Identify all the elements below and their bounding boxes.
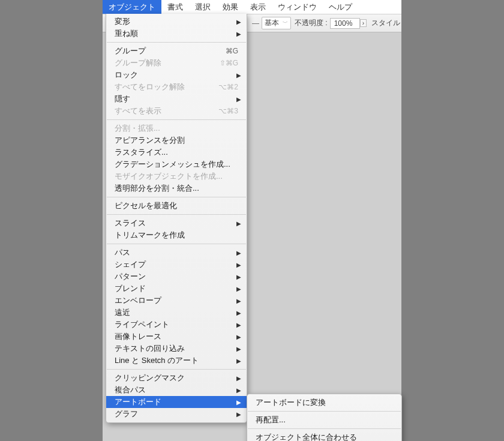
menu-item[interactable]: 遠近▶ xyxy=(106,307,247,319)
submenu-arrow-icon: ▶ xyxy=(236,322,241,328)
menu-item-label: アートボード xyxy=(115,397,238,407)
menu-item[interactable]: パターン▶ xyxy=(106,271,247,283)
menu-window[interactable]: ウィンドウ xyxy=(272,0,323,14)
menu-item-label: ロック xyxy=(115,70,238,80)
menu-item-label: ラスタライズ... xyxy=(115,147,238,158)
menu-separator xyxy=(107,244,246,244)
submenu-arrow-icon: ▶ xyxy=(236,274,241,280)
submenu-arrow-icon: ▶ xyxy=(236,250,241,256)
menu-item-label: パス xyxy=(115,247,238,258)
menu-item[interactable]: 複合パス▶ xyxy=(106,384,247,396)
menu-separator xyxy=(248,428,401,429)
menu-separator xyxy=(107,214,246,215)
menu-item-label: グラフ xyxy=(115,409,238,419)
menubar: オブジェクト 書式 選択 効果 表示 ウィンドウ ヘルプ xyxy=(103,0,401,14)
menu-item-label: 画像トレース xyxy=(115,331,238,342)
menu-select[interactable]: 選択 xyxy=(189,0,217,14)
menu-item-shortcut: ⌥⌘3 xyxy=(218,107,238,115)
style-label: スタイル xyxy=(371,18,400,28)
menu-item-label: エンベロープ xyxy=(115,295,238,306)
menu-item[interactable]: グラフ▶ xyxy=(106,408,247,420)
menu-item-label: アピアランスを分割 xyxy=(115,135,238,146)
menu-item[interactable]: アピアランスを分割 xyxy=(106,134,247,146)
submenu-arrow-icon: ▶ xyxy=(236,375,241,382)
submenu-arrow-icon: ▶ xyxy=(236,19,241,25)
menu-item: モザイクオブジェクトを作成... xyxy=(106,170,247,182)
opacity-label: 不透明度 : xyxy=(295,18,328,28)
menu-item-label: スライス xyxy=(115,218,238,229)
menu-item-label: モザイクオブジェクトを作成... xyxy=(115,171,238,182)
toolbar-dash: — xyxy=(252,19,259,28)
menu-item-label: 遠近 xyxy=(115,307,238,318)
menu-separator xyxy=(107,197,246,197)
menu-item[interactable]: 変形▶ xyxy=(106,16,247,28)
opacity-stepper[interactable]: › xyxy=(360,19,367,27)
menu-item-label: ピクセルを最適化 xyxy=(115,200,238,211)
submenu-arrow-icon: ▶ xyxy=(236,298,241,304)
submenu-arrow-icon: ▶ xyxy=(236,262,241,268)
basic-select[interactable]: 基本 ﹀ xyxy=(262,17,291,29)
menu-item[interactable]: 透明部分を分割・統合... xyxy=(106,182,247,194)
menu-item-label: ブレンド xyxy=(115,283,238,294)
menu-item-label: 透明部分を分割・統合... xyxy=(115,183,238,194)
menu-item-label: テキストの回り込み xyxy=(115,343,238,354)
menu-item[interactable]: ロック▶ xyxy=(106,69,247,81)
menu-item[interactable]: 画像トレース▶ xyxy=(106,331,247,343)
submenu-arrow-icon: ▶ xyxy=(236,334,241,340)
menu-view[interactable]: 表示 xyxy=(244,0,272,14)
menu-item-label: 変形 xyxy=(115,16,238,27)
menu-item-label: 隠す xyxy=(115,94,238,104)
submenu-arrow-icon: ▶ xyxy=(236,72,241,79)
menu-item-label: 複合パス xyxy=(115,385,238,395)
menu-item-label: 重ね順 xyxy=(115,28,238,39)
menu-item[interactable]: テキストの回り込み▶ xyxy=(106,343,247,355)
chevron-down-icon: ﹀ xyxy=(283,19,288,27)
menu-item[interactable]: スライス▶ xyxy=(106,217,247,229)
menu-item-label: すべてをロック解除 xyxy=(115,82,218,92)
submenu-arrow-icon: ▶ xyxy=(236,310,241,316)
menu-item[interactable]: エンベロープ▶ xyxy=(106,295,247,307)
menu-item-label: トリムマークを作成 xyxy=(115,230,238,241)
artboard-submenu: アートボードに変換再配置...オブジェクト全体に合わせる選択オブジェクトに合わせ… xyxy=(247,394,402,441)
menu-item[interactable]: ライブペイント▶ xyxy=(106,319,247,331)
submenu-arrow-icon: ▶ xyxy=(236,31,241,37)
menu-item-label: すべてを表示 xyxy=(115,106,218,116)
menu-help[interactable]: ヘルプ xyxy=(323,0,358,14)
menu-item[interactable]: パス▶ xyxy=(106,247,247,259)
submenu-arrow-icon: ▶ xyxy=(236,96,241,103)
menu-item: 分割・拡張... xyxy=(106,122,247,134)
menu-item: グループ解除⇧⌘G xyxy=(106,57,247,69)
menu-item-shortcut: ⌥⌘2 xyxy=(218,83,238,91)
menu-object[interactable]: オブジェクト xyxy=(103,0,161,14)
menu-item[interactable]: アートボードに変換 xyxy=(247,397,401,409)
menu-item[interactable]: ブレンド▶ xyxy=(106,283,247,295)
menu-item[interactable]: グラデーションメッシュを作成... xyxy=(106,158,247,170)
menu-item[interactable]: アートボード▶ xyxy=(106,396,247,408)
opacity-field[interactable]: 100% xyxy=(330,18,360,29)
menu-item-shortcut: ⇧⌘G xyxy=(220,59,238,67)
menu-item[interactable]: オブジェクト全体に合わせる xyxy=(247,431,401,441)
menu-item[interactable]: 重ね順▶ xyxy=(106,28,247,40)
basic-select-label: 基本 xyxy=(265,18,279,28)
menu-item-label: グラデーションメッシュを作成... xyxy=(115,159,238,170)
menu-item-label: 再配置... xyxy=(256,415,393,425)
menu-item[interactable]: 再配置... xyxy=(247,414,401,426)
menu-item[interactable]: ピクセルを最適化 xyxy=(106,200,247,212)
menu-item[interactable]: クリッピングマスク▶ xyxy=(106,372,247,384)
menu-item[interactable]: グループ⌘G xyxy=(106,45,247,57)
menu-item-shortcut: ⌘G xyxy=(226,47,238,55)
menu-item[interactable]: Line と Sketch のアート▶ xyxy=(106,355,247,367)
menu-separator xyxy=(107,119,246,120)
menu-item-label: ライブペイント xyxy=(115,319,238,330)
menu-format[interactable]: 書式 xyxy=(161,0,189,14)
menu-item[interactable]: トリムマークを作成 xyxy=(106,229,247,241)
submenu-arrow-icon: ▶ xyxy=(236,411,241,418)
menu-effect[interactable]: 効果 xyxy=(217,0,244,14)
menu-item[interactable]: 隠す▶ xyxy=(106,93,247,105)
menu-item-label: 分割・拡張... xyxy=(115,123,238,134)
menu-item-label: クリッピングマスク xyxy=(115,373,238,383)
menu-item[interactable]: シェイプ▶ xyxy=(106,259,247,271)
menu-item: すべてをロック解除⌥⌘2 xyxy=(106,81,247,93)
submenu-arrow-icon: ▶ xyxy=(236,220,241,227)
menu-item[interactable]: ラスタライズ... xyxy=(106,146,247,158)
